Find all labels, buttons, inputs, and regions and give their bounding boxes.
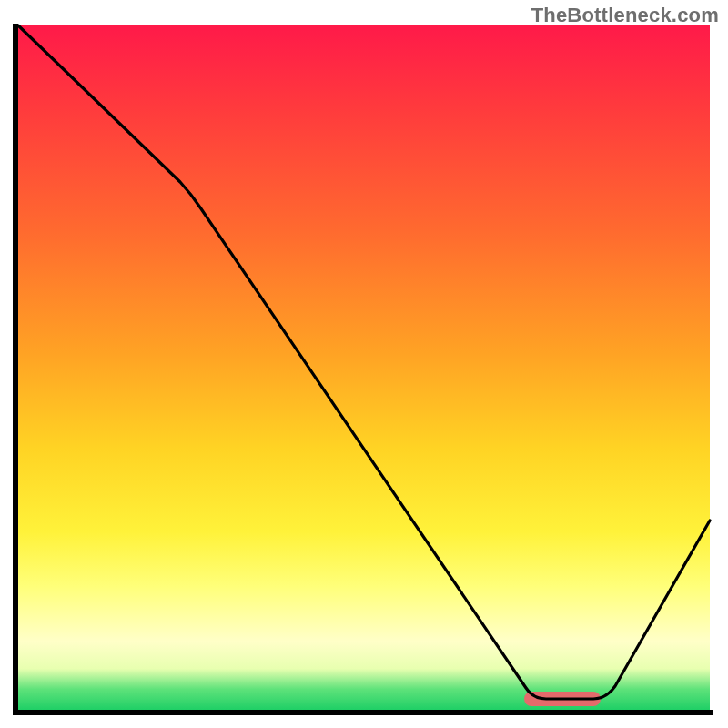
y-axis [13, 24, 18, 713]
watermark-label: TheBottleneck.com [531, 4, 719, 27]
bottleneck-curve [18, 25, 710, 699]
curve-layer [18, 25, 710, 710]
bottleneck-chart: TheBottleneck.com [0, 0, 728, 728]
x-axis [13, 710, 713, 715]
